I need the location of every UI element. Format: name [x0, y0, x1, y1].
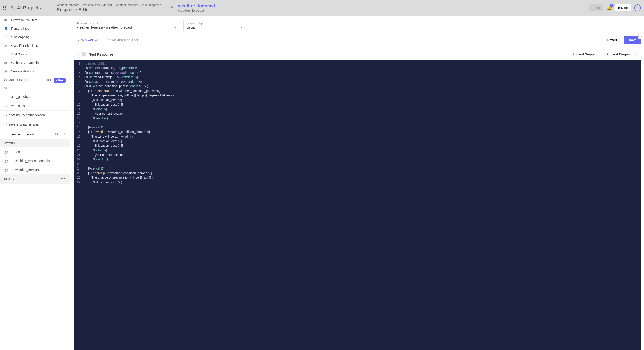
nav-icon: 👤	[4, 26, 8, 30]
competency-label: severe_weather_alert	[9, 123, 39, 126]
caret-icon: ▸	[6, 114, 7, 116]
caret-icon: ▸	[6, 123, 7, 126]
collapse-panel-button[interactable]: ‹	[638, 33, 644, 39]
competency-add-icon[interactable]: +	[63, 132, 66, 137]
competency-item[interactable]: ▸clean_hello	[0, 101, 70, 111]
content-area: Response Template weather_forecast / wea…	[70, 16, 644, 350]
state-item[interactable]: root	[0, 147, 70, 156]
editor-toolbar: Test Response + Insert Snippet ▼ + Inser…	[74, 48, 641, 60]
chevron-down-icon: ▼	[598, 53, 600, 55]
state-item[interactable]: weather_forecast	[0, 165, 70, 174]
edit-icon[interactable]: ✎	[170, 5, 174, 10]
line-gutter: 1234567891011121314151617181920212223242…	[74, 60, 82, 186]
state-label: root	[15, 150, 21, 154]
wf-subtitle: weather_forecast	[178, 8, 215, 12]
test-response-toggle[interactable]	[78, 52, 86, 56]
apps-grid-icon[interactable]	[3, 6, 8, 10]
search-icon: 🔍	[4, 87, 8, 90]
field-label: Response Template	[77, 22, 177, 24]
nav-label: Crowdsource Data	[11, 18, 38, 22]
tab-jinja-editor[interactable]: JINJA EDITOR	[74, 35, 104, 45]
wrench-icon: 🔧	[10, 5, 16, 10]
states-heading: STATES	[0, 139, 70, 147]
external-link-icon: ⧉	[618, 6, 620, 10]
nav-icon: ≋	[4, 44, 8, 48]
revert-button[interactable]: Revert	[603, 36, 622, 44]
slots-more-icon[interactable]: •••	[60, 177, 66, 181]
nav-item[interactable]: ⊞Crowdsource Data	[0, 16, 70, 24]
brand[interactable]: 🔧 AI Projects	[10, 5, 41, 11]
state-icon	[4, 168, 8, 172]
nav-label: Personalities	[11, 27, 29, 30]
competency-label: clothing_recommendation	[9, 113, 45, 117]
response-type-select[interactable]: Response Type visual▼	[183, 20, 246, 31]
caret-icon: ▸	[6, 105, 7, 107]
nav-icon: ✓	[4, 52, 8, 56]
field-label: Response Type	[187, 22, 242, 24]
nav-icon: ⊞	[4, 18, 8, 22]
nav-item[interactable]: ⊞Global SVP Models	[0, 58, 70, 67]
topbar: 🔧 AI Projects weather_forecast› Personal…	[0, 0, 644, 16]
nav-label: Slot Mapping	[11, 35, 30, 39]
test-response-label: Test Response	[90, 52, 113, 56]
chevron-down-icon: ▼	[635, 53, 637, 55]
nav-item[interactable]: ≋Classifier Pipelines	[0, 41, 70, 50]
competency-item[interactable]: ▸clothing_recommendation	[0, 111, 70, 120]
chevron-down-icon: ▼	[240, 26, 242, 29]
nav-icon: ⊞	[4, 61, 8, 65]
nav-label: Global SVP Models	[11, 61, 38, 64]
slots-heading: SLOTS	[4, 177, 14, 181]
breadcrumb-item[interactable]: weather_forecast	[57, 3, 79, 7]
plus-icon: +	[606, 52, 608, 56]
insert-fragment-button[interactable]: + Insert Fragment ▼	[606, 52, 637, 56]
competency-more-icon[interactable]: •••	[55, 132, 60, 137]
state-icon	[4, 159, 8, 163]
nav-item[interactable]: 👤Personalities	[0, 24, 70, 33]
code-editor[interactable]: 1234567891011121314151617181920212223242…	[74, 60, 641, 350]
state-icon	[4, 150, 8, 154]
breadcrumb: weather_forecast› Personalities› default…	[57, 3, 161, 7]
competency-label: clean_goodbye	[9, 95, 30, 98]
train-button[interactable]: Train	[589, 4, 604, 11]
competency-label: clean_hello	[9, 104, 25, 108]
competencies-more-icon[interactable]: •••	[46, 78, 51, 82]
chevron-down-icon: ▼	[174, 26, 177, 29]
breadcrumb-item[interactable]: default	[103, 3, 112, 7]
state-label: clothing_recommendation	[15, 159, 51, 163]
nav-item[interactable]: ⚙Version Settings	[0, 67, 70, 76]
notification-badge: 4	[610, 3, 614, 8]
competency-search[interactable]: 🔍	[0, 85, 70, 92]
plus-icon: +	[56, 79, 57, 82]
tab-fragment-editor[interactable]: FRAGMENT EDITOR	[104, 35, 142, 45]
state-label: weather_forecast	[15, 168, 40, 172]
competency-item[interactable]: ▸severe_weather_alert	[0, 120, 70, 129]
response-template-select[interactable]: Response Template weather_forecast / wea…	[74, 20, 180, 31]
new-competency-button[interactable]: +New	[54, 78, 66, 82]
breadcrumb-item: weather_forecast - visual response	[116, 3, 161, 7]
competencies-heading: COMPETENCIES	[4, 78, 28, 82]
avatar[interactable]: A	[634, 4, 641, 11]
nav-item[interactable]: ⤢Slot Mapping	[0, 33, 70, 41]
insert-snippet-button[interactable]: + Insert Snippet ▼	[572, 52, 600, 56]
code-content[interactable]: {# in lieu of BL #}{% set rain = range(0…	[82, 60, 176, 186]
nav-label: Test Suites	[11, 52, 26, 56]
nav-icon: ⤢	[4, 35, 8, 39]
brand-text: AI Projects	[17, 5, 41, 11]
nav-label: Version Settings	[11, 69, 34, 73]
nav-label: Classifier Pipelines	[11, 44, 38, 47]
competency-label: weather_forecast	[10, 132, 34, 136]
nav-icon: ⚙	[4, 69, 8, 73]
caret-icon: ▸	[6, 96, 7, 98]
sidebar: ⊞Crowdsource Data👤Personalities⤢Slot Map…	[0, 16, 70, 350]
nav-item[interactable]: ✓Test Suites	[0, 50, 70, 58]
notifications-button[interactable]: 🔔 4	[606, 5, 612, 11]
wf-title[interactable]: weather_forecast	[178, 3, 215, 8]
page-title: Response Editor	[57, 7, 161, 12]
caret-icon: ▼	[6, 133, 8, 135]
competency-item[interactable]: ▸clean_goodbye	[0, 92, 70, 101]
docs-button[interactable]: ⧉ Docs	[615, 4, 632, 11]
plus-icon: +	[572, 52, 574, 56]
state-item[interactable]: clothing_recommendation	[0, 156, 70, 165]
competency-item[interactable]: ▼weather_forecast•••+	[0, 129, 70, 139]
breadcrumb-item[interactable]: Personalities	[83, 3, 100, 7]
